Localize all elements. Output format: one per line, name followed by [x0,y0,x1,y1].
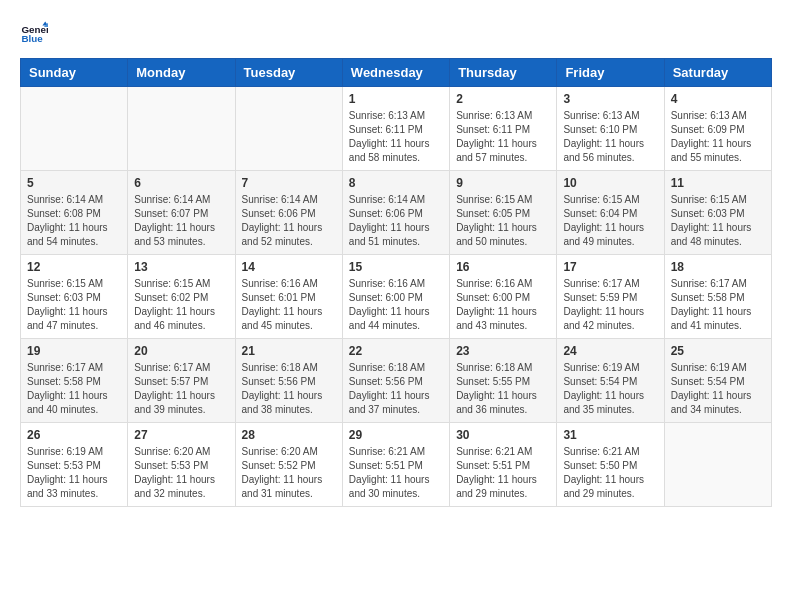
calendar-cell: 4Sunrise: 6:13 AM Sunset: 6:09 PM Daylig… [664,87,771,171]
calendar-cell: 10Sunrise: 6:15 AM Sunset: 6:04 PM Dayli… [557,171,664,255]
day-info: Sunrise: 6:13 AM Sunset: 6:10 PM Dayligh… [563,109,657,165]
day-number: 25 [671,344,765,358]
calendar-cell: 5Sunrise: 6:14 AM Sunset: 6:08 PM Daylig… [21,171,128,255]
day-number: 21 [242,344,336,358]
day-number: 16 [456,260,550,274]
day-of-week-header: Monday [128,59,235,87]
calendar-cell: 27Sunrise: 6:20 AM Sunset: 5:53 PM Dayli… [128,423,235,507]
day-number: 1 [349,92,443,106]
page-header: General Blue [20,20,772,48]
day-number: 14 [242,260,336,274]
day-of-week-header: Tuesday [235,59,342,87]
calendar-cell: 15Sunrise: 6:16 AM Sunset: 6:00 PM Dayli… [342,255,449,339]
calendar-cell: 20Sunrise: 6:17 AM Sunset: 5:57 PM Dayli… [128,339,235,423]
day-number: 31 [563,428,657,442]
day-info: Sunrise: 6:18 AM Sunset: 5:56 PM Dayligh… [242,361,336,417]
day-of-week-header: Saturday [664,59,771,87]
day-info: Sunrise: 6:14 AM Sunset: 6:06 PM Dayligh… [242,193,336,249]
calendar-cell: 16Sunrise: 6:16 AM Sunset: 6:00 PM Dayli… [450,255,557,339]
day-info: Sunrise: 6:19 AM Sunset: 5:54 PM Dayligh… [563,361,657,417]
day-info: Sunrise: 6:15 AM Sunset: 6:03 PM Dayligh… [671,193,765,249]
day-info: Sunrise: 6:18 AM Sunset: 5:55 PM Dayligh… [456,361,550,417]
day-number: 13 [134,260,228,274]
day-number: 19 [27,344,121,358]
day-number: 29 [349,428,443,442]
calendar-cell: 21Sunrise: 6:18 AM Sunset: 5:56 PM Dayli… [235,339,342,423]
calendar-cell: 24Sunrise: 6:19 AM Sunset: 5:54 PM Dayli… [557,339,664,423]
logo-icon: General Blue [20,20,48,48]
day-number: 6 [134,176,228,190]
day-info: Sunrise: 6:15 AM Sunset: 6:03 PM Dayligh… [27,277,121,333]
calendar-cell: 22Sunrise: 6:18 AM Sunset: 5:56 PM Dayli… [342,339,449,423]
day-info: Sunrise: 6:20 AM Sunset: 5:52 PM Dayligh… [242,445,336,501]
calendar-week-row: 12Sunrise: 6:15 AM Sunset: 6:03 PM Dayli… [21,255,772,339]
day-number: 9 [456,176,550,190]
calendar-cell: 2Sunrise: 6:13 AM Sunset: 6:11 PM Daylig… [450,87,557,171]
calendar-week-row: 19Sunrise: 6:17 AM Sunset: 5:58 PM Dayli… [21,339,772,423]
day-info: Sunrise: 6:13 AM Sunset: 6:09 PM Dayligh… [671,109,765,165]
day-number: 23 [456,344,550,358]
calendar-cell: 1Sunrise: 6:13 AM Sunset: 6:11 PM Daylig… [342,87,449,171]
day-number: 7 [242,176,336,190]
calendar-cell [664,423,771,507]
calendar-cell: 26Sunrise: 6:19 AM Sunset: 5:53 PM Dayli… [21,423,128,507]
day-of-week-header: Thursday [450,59,557,87]
day-number: 30 [456,428,550,442]
calendar-cell: 17Sunrise: 6:17 AM Sunset: 5:59 PM Dayli… [557,255,664,339]
day-number: 2 [456,92,550,106]
day-info: Sunrise: 6:17 AM Sunset: 5:58 PM Dayligh… [671,277,765,333]
day-number: 3 [563,92,657,106]
day-number: 12 [27,260,121,274]
day-info: Sunrise: 6:16 AM Sunset: 6:00 PM Dayligh… [349,277,443,333]
calendar-cell: 19Sunrise: 6:17 AM Sunset: 5:58 PM Dayli… [21,339,128,423]
calendar-week-row: 1Sunrise: 6:13 AM Sunset: 6:11 PM Daylig… [21,87,772,171]
day-info: Sunrise: 6:15 AM Sunset: 6:02 PM Dayligh… [134,277,228,333]
calendar-cell: 6Sunrise: 6:14 AM Sunset: 6:07 PM Daylig… [128,171,235,255]
day-number: 28 [242,428,336,442]
calendar-cell: 8Sunrise: 6:14 AM Sunset: 6:06 PM Daylig… [342,171,449,255]
day-info: Sunrise: 6:19 AM Sunset: 5:54 PM Dayligh… [671,361,765,417]
calendar-cell: 29Sunrise: 6:21 AM Sunset: 5:51 PM Dayli… [342,423,449,507]
calendar-cell: 25Sunrise: 6:19 AM Sunset: 5:54 PM Dayli… [664,339,771,423]
day-number: 18 [671,260,765,274]
day-info: Sunrise: 6:16 AM Sunset: 6:01 PM Dayligh… [242,277,336,333]
day-number: 10 [563,176,657,190]
calendar-cell [128,87,235,171]
calendar-cell: 13Sunrise: 6:15 AM Sunset: 6:02 PM Dayli… [128,255,235,339]
calendar-cell [21,87,128,171]
day-info: Sunrise: 6:13 AM Sunset: 6:11 PM Dayligh… [349,109,443,165]
day-of-week-header: Friday [557,59,664,87]
day-info: Sunrise: 6:16 AM Sunset: 6:00 PM Dayligh… [456,277,550,333]
day-of-week-header: Sunday [21,59,128,87]
day-info: Sunrise: 6:17 AM Sunset: 5:59 PM Dayligh… [563,277,657,333]
day-info: Sunrise: 6:19 AM Sunset: 5:53 PM Dayligh… [27,445,121,501]
day-info: Sunrise: 6:13 AM Sunset: 6:11 PM Dayligh… [456,109,550,165]
day-number: 15 [349,260,443,274]
day-info: Sunrise: 6:18 AM Sunset: 5:56 PM Dayligh… [349,361,443,417]
day-number: 24 [563,344,657,358]
calendar-table: SundayMondayTuesdayWednesdayThursdayFrid… [20,58,772,507]
calendar-cell: 30Sunrise: 6:21 AM Sunset: 5:51 PM Dayli… [450,423,557,507]
day-info: Sunrise: 6:14 AM Sunset: 6:08 PM Dayligh… [27,193,121,249]
calendar-week-row: 5Sunrise: 6:14 AM Sunset: 6:08 PM Daylig… [21,171,772,255]
calendar-cell: 31Sunrise: 6:21 AM Sunset: 5:50 PM Dayli… [557,423,664,507]
day-info: Sunrise: 6:14 AM Sunset: 6:07 PM Dayligh… [134,193,228,249]
calendar-cell [235,87,342,171]
svg-text:Blue: Blue [21,33,43,44]
day-number: 11 [671,176,765,190]
day-of-week-header: Wednesday [342,59,449,87]
day-number: 22 [349,344,443,358]
day-info: Sunrise: 6:14 AM Sunset: 6:06 PM Dayligh… [349,193,443,249]
calendar-cell: 28Sunrise: 6:20 AM Sunset: 5:52 PM Dayli… [235,423,342,507]
day-info: Sunrise: 6:17 AM Sunset: 5:57 PM Dayligh… [134,361,228,417]
logo: General Blue [20,20,52,48]
calendar-cell: 12Sunrise: 6:15 AM Sunset: 6:03 PM Dayli… [21,255,128,339]
day-info: Sunrise: 6:17 AM Sunset: 5:58 PM Dayligh… [27,361,121,417]
calendar-cell: 9Sunrise: 6:15 AM Sunset: 6:05 PM Daylig… [450,171,557,255]
day-info: Sunrise: 6:20 AM Sunset: 5:53 PM Dayligh… [134,445,228,501]
day-number: 4 [671,92,765,106]
day-number: 20 [134,344,228,358]
day-info: Sunrise: 6:21 AM Sunset: 5:50 PM Dayligh… [563,445,657,501]
day-info: Sunrise: 6:15 AM Sunset: 6:05 PM Dayligh… [456,193,550,249]
day-number: 5 [27,176,121,190]
